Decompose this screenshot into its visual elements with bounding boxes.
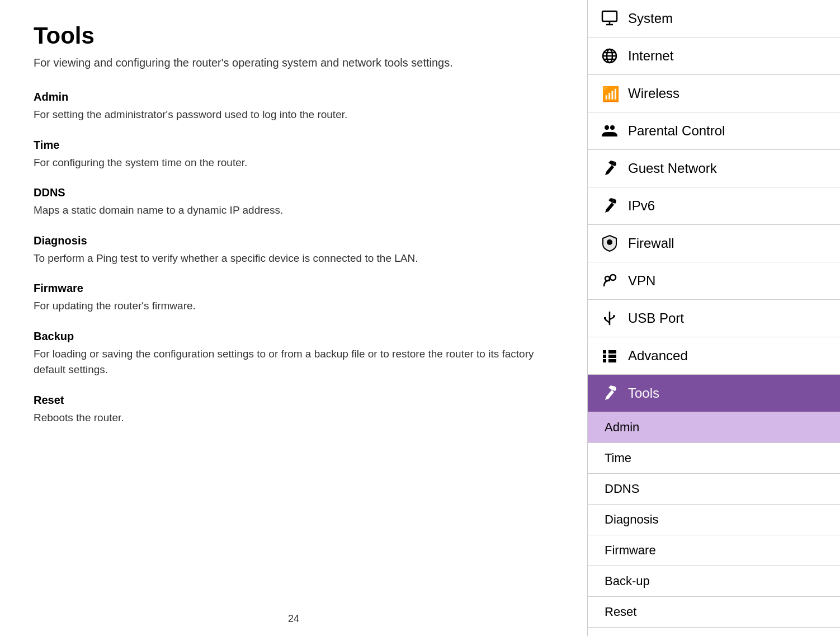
svg-point-18 bbox=[613, 315, 615, 317]
section-desc-reset: Reboots the router. bbox=[34, 410, 554, 426]
section-diagnosis: Diagnosis To perform a Ping test to veri… bbox=[34, 234, 554, 267]
nav-item-guest-network[interactable]: Guest Network bbox=[588, 150, 840, 187]
nav-label-parental-control: Parental Control bbox=[628, 123, 725, 139]
nav-item-parental-control[interactable]: Parental Control bbox=[588, 112, 840, 150]
section-desc-admin: For setting the administrator's password… bbox=[34, 107, 554, 123]
sub-label-ddns: DDNS bbox=[605, 482, 639, 496]
nav-label-usb-port: USB Port bbox=[628, 310, 684, 326]
sub-item-firmware[interactable]: Firmware bbox=[588, 535, 840, 566]
section-desc-diagnosis: To perform a Ping test to verify whether… bbox=[34, 251, 554, 267]
section-title-time: Time bbox=[34, 139, 554, 152]
section-title-admin: Admin bbox=[34, 91, 554, 103]
section-desc-ddns: Maps a static domain name to a dynamic I… bbox=[34, 202, 554, 219]
wrench-icon bbox=[599, 383, 620, 404]
nav-item-vpn[interactable]: VPN bbox=[588, 262, 840, 300]
wrench-icon bbox=[599, 158, 620, 179]
nav-item-wireless[interactable]: 📶 Wireless bbox=[588, 75, 840, 112]
nav-item-usb-port[interactable]: USB Port bbox=[588, 300, 840, 337]
svg-point-11 bbox=[607, 240, 612, 244]
list-icon bbox=[599, 345, 620, 366]
section-firmware: Firmware For updating the router's firmw… bbox=[34, 282, 554, 314]
sub-label-backup: Back-up bbox=[605, 574, 650, 588]
svg-rect-19 bbox=[603, 350, 606, 354]
wrench-icon bbox=[599, 195, 620, 216]
sub-label-time: Time bbox=[605, 451, 631, 465]
sub-item-diagnosis[interactable]: Diagnosis bbox=[588, 505, 840, 535]
nav-label-tools: Tools bbox=[628, 385, 659, 401]
nav-item-system[interactable]: System bbox=[588, 0, 840, 37]
svg-point-9 bbox=[605, 125, 609, 130]
svg-rect-17 bbox=[604, 317, 606, 319]
nav-label-guest-network: Guest Network bbox=[628, 161, 717, 176]
section-ddns: DDNS Maps a static domain name to a dyna… bbox=[34, 186, 554, 219]
svg-rect-21 bbox=[603, 359, 606, 362]
nav-item-firewall[interactable]: Firewall bbox=[588, 225, 840, 262]
section-admin: Admin For setting the administrator's pa… bbox=[34, 91, 554, 123]
sub-item-backup[interactable]: Back-up bbox=[588, 566, 840, 597]
section-title-diagnosis: Diagnosis bbox=[34, 234, 554, 247]
monitor-icon bbox=[599, 8, 620, 29]
section-title-firmware: Firmware bbox=[34, 282, 554, 295]
page-number: 24 bbox=[288, 613, 299, 625]
section-time: Time For configuring the system time on … bbox=[34, 139, 554, 171]
nav-label-advanced: Advanced bbox=[628, 348, 688, 364]
svg-rect-22 bbox=[608, 350, 616, 354]
page-title: Tools bbox=[34, 22, 554, 49]
svg-rect-24 bbox=[608, 359, 616, 362]
svg-rect-20 bbox=[603, 355, 606, 358]
sub-label-firmware: Firmware bbox=[605, 543, 656, 558]
globe-icon bbox=[599, 45, 620, 67]
nav-item-tools[interactable]: Tools bbox=[588, 375, 840, 412]
nav-label-vpn: VPN bbox=[628, 273, 655, 289]
sub-item-admin[interactable]: Admin bbox=[588, 412, 840, 443]
section-title-backup: Backup bbox=[34, 330, 554, 343]
shield-icon bbox=[599, 233, 620, 254]
vpn-icon bbox=[599, 270, 620, 291]
nav-item-internet[interactable]: Internet bbox=[588, 37, 840, 75]
sub-label-admin: Admin bbox=[605, 420, 639, 435]
section-title-ddns: DDNS bbox=[34, 186, 554, 199]
section-backup: Backup For loading or saving the configu… bbox=[34, 330, 554, 378]
section-title-reset: Reset bbox=[34, 394, 554, 407]
wifi-icon: 📶 bbox=[599, 83, 620, 104]
sub-label-diagnosis: Diagnosis bbox=[605, 512, 659, 527]
section-reset: Reset Reboots the router. bbox=[34, 394, 554, 426]
nav-label-system: System bbox=[628, 11, 673, 26]
page-description: For viewing and configuring the router's… bbox=[34, 55, 554, 70]
svg-point-13 bbox=[605, 276, 610, 281]
svg-point-12 bbox=[610, 275, 616, 280]
usb-icon bbox=[599, 308, 620, 329]
people-icon bbox=[599, 120, 620, 142]
nav-item-ipv6[interactable]: IPv6 bbox=[588, 187, 840, 225]
nav-label-firewall: Firewall bbox=[628, 235, 674, 251]
nav-label-wireless: Wireless bbox=[628, 86, 679, 101]
section-desc-time: For configuring the system time on the r… bbox=[34, 155, 554, 171]
section-desc-backup: For loading or saving the configuration … bbox=[34, 346, 554, 378]
nav-label-internet: Internet bbox=[628, 48, 673, 64]
section-desc-firmware: For updating the router's firmware. bbox=[34, 298, 554, 314]
main-content: Tools For viewing and configuring the ro… bbox=[0, 0, 587, 636]
nav-container: System Internet 📶 Wireless Parental Cont… bbox=[588, 0, 840, 628]
svg-rect-23 bbox=[608, 355, 616, 358]
svg-rect-0 bbox=[602, 11, 617, 21]
nav-item-advanced[interactable]: Advanced bbox=[588, 337, 840, 375]
sub-label-reset: Reset bbox=[605, 605, 636, 619]
sub-item-time[interactable]: Time bbox=[588, 443, 840, 474]
nav-label-ipv6: IPv6 bbox=[628, 198, 655, 214]
sub-item-ddns[interactable]: DDNS bbox=[588, 474, 840, 505]
svg-text:📶: 📶 bbox=[602, 85, 619, 102]
sections-container: Admin For setting the administrator's pa… bbox=[34, 91, 554, 426]
svg-point-10 bbox=[610, 125, 615, 130]
sub-item-reset[interactable]: Reset bbox=[588, 597, 840, 628]
sidebar: System Internet 📶 Wireless Parental Cont… bbox=[587, 0, 840, 636]
